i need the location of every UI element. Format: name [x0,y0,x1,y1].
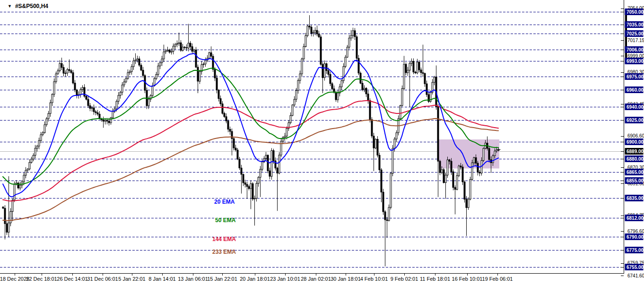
price-level-box-label: 6855.00 [627,178,644,183]
candle-body-up [159,63,161,66]
candle-body-down [184,47,185,48]
price-level-box-label: 6755.00 [627,265,644,270]
candle-body-up [38,141,40,147]
candle-body-up [296,90,297,99]
candle-body-down [69,69,70,70]
candle-body-up [165,51,166,52]
candle-body-up [473,158,475,163]
candle-body-up [44,125,45,133]
candle-body-up [152,86,153,96]
candle-body-up [434,77,435,82]
candle-body-down [142,70,144,76]
time-axis-label: 28 Jan 02:01 [301,276,331,282]
candle-body-up [301,59,303,74]
candle-body-up [345,57,346,67]
candle-body-up [188,43,189,48]
price-level-box-label: 6880.00 [627,156,644,162]
candle-body-down [227,121,229,129]
candle-body-up [350,35,352,38]
candle-body-down [195,50,197,68]
candle-body-down [277,168,278,173]
candle-body-up [33,155,34,159]
candle-body-up [470,180,471,199]
candle-body-down [369,101,371,120]
candle-body-down [316,30,318,34]
candle-body-up [388,207,390,221]
candle-body-up [258,177,259,183]
candle-body-down [108,121,110,123]
candle-body-up [392,148,393,173]
candle-body-up [133,61,134,67]
candle-body-up [352,31,354,35]
candle-body-down [106,121,108,121]
candle-body-up [46,119,47,125]
candle-body-up [23,175,25,182]
candle-body-down [360,73,361,83]
price-level-box-label: 7050.00 [627,9,644,15]
price-level-box-label: 6925.00 [627,118,644,123]
price-chart-canvas[interactable]: 7054.007017.156999.006980.306943.456906.… [0,0,644,285]
candle-body-up [407,70,409,73]
candle-body-up [265,155,267,158]
candle-body-down [443,170,444,183]
candle-body-down [248,187,250,189]
time-axis-label: 11 Feb 18:01 [420,276,450,282]
symbol-collapse-icon[interactable]: ▼ [8,4,12,9]
time-axis-label: 4 Feb 10:01 [360,276,388,282]
candle-body-up [59,63,61,70]
candle-body-down [326,64,327,71]
candle-body-down [383,192,384,212]
candle-body-up [120,92,121,95]
price-level-box-label: 6993.00 [627,59,644,64]
candle-body-up [307,26,308,35]
candle-body-down [95,112,96,112]
candle-body-down [180,43,182,50]
candle-body-down [244,183,246,184]
candle-body-up [36,146,38,148]
price-level-box-label: 6960.00 [627,87,644,93]
candle-body-up [254,199,255,199]
candle-body-up [19,185,21,188]
candle-body-up [163,52,165,59]
candle-body-up [55,74,57,82]
ema-50-legend: 50 EMA [215,217,235,224]
candle-body-up [67,69,68,73]
candle-body-up [148,99,149,106]
price-level-box-label: 6900.00 [627,139,644,145]
candle-body-down [214,69,216,78]
candle-body-down [269,171,270,176]
candle-body-down [210,52,212,56]
candle-body-up [14,184,15,200]
candle-body-up [125,78,127,82]
candle-body-up [417,62,418,73]
candle-body-down [371,120,373,136]
candle-body-down [218,90,219,99]
candle-body-up [447,160,448,175]
candle-body-down [76,90,78,95]
candle-body-up [65,73,66,74]
price-level-box-label: 6775.00 [627,248,644,253]
candle-body-up [50,103,51,113]
candle-body-down [309,26,310,27]
ema-144-legend: 144 EMA [212,236,236,242]
candle-body-up [199,71,200,81]
candle-body-down [74,83,76,90]
candle-body-up [29,163,30,169]
candle-body-down [479,172,480,173]
candle-body-up [303,47,305,59]
time-axis-label: 22 Dec 18:01 [26,276,57,282]
candle-body-up [286,129,287,137]
candle-body-up [278,155,280,173]
candle-body-down [233,138,235,148]
candle-body-down [273,151,274,161]
candle-body-up [471,163,473,180]
time-axis-label: 30 Jan 18:01 [331,276,361,282]
candle-body-down [462,167,463,182]
candle-body-up [324,64,325,78]
candle-body-up [347,47,348,57]
candle-body-up [27,169,28,171]
candle-body-up [91,108,93,108]
candle-body-up [294,99,295,105]
candle-body-up [468,199,469,207]
time-axis-label: 19 Feb 06:01 [482,276,513,282]
